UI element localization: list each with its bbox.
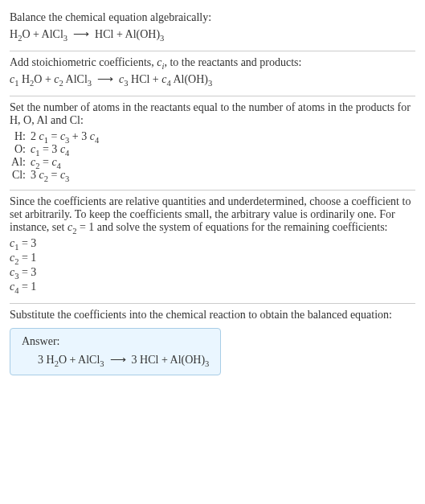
prompt-balance: Balance the chemical equation algebraica…: [10, 11, 415, 24]
prompt-atoms: Set the number of atoms in the reactants…: [10, 101, 415, 127]
balanced-equation: 3 H2O + AlCl3 ⟶ 3 HCl + Al(OH)3: [22, 353, 209, 367]
atom-row: Al: c2 = c4: [10, 156, 415, 169]
section-solve: Since the coefficients are relative quan…: [10, 191, 415, 304]
section-coefficients: Add stoichiometric coefficients, ci, to …: [10, 51, 415, 96]
atom-equation: 2 c1 = c3 + 3 c4: [31, 130, 415, 143]
atom-row: O: c1 = 3 c4: [10, 143, 415, 156]
atom-label: H:: [10, 130, 31, 143]
section-answer: Substitute the coefficients into the che…: [10, 304, 415, 383]
coefficient-value: c1 = 3: [10, 237, 415, 250]
section-atom-equations: Set the number of atoms in the reactants…: [10, 96, 415, 191]
prompt-substitute: Substitute the coefficients into the che…: [10, 309, 415, 322]
prompt-stoichiometric: Add stoichiometric coefficients, ci, to …: [10, 56, 415, 69]
atom-label: Al:: [10, 156, 31, 169]
atom-label: O:: [10, 143, 31, 156]
atom-row: Cl: 3 c2 = c3: [10, 169, 415, 182]
atom-equation: 3 c2 = c3: [31, 169, 415, 182]
coefficient-value: c2 = 1: [10, 252, 415, 264]
coefficient-equation: c1 H2O + c2 AlCl3 ⟶ c3 HCl + c4 Al(OH)3: [10, 72, 415, 86]
atom-row: H: 2 c1 = c3 + 3 c4: [10, 130, 415, 143]
answer-label: Answer:: [22, 335, 209, 348]
atom-equation-list: H: 2 c1 = c3 + 3 c4 O: c1 = 3 c4 Al: c2 …: [10, 130, 415, 182]
atom-equation: c2 = c4: [31, 156, 415, 169]
atom-label: Cl:: [10, 169, 31, 182]
prompt-solve: Since the coefficients are relative quan…: [10, 195, 415, 234]
section-problem: Balance the chemical equation algebraica…: [10, 6, 415, 51]
coefficient-value: c4 = 1: [10, 281, 415, 293]
answer-box: Answer: 3 H2O + AlCl3 ⟶ 3 HCl + Al(OH)3: [10, 328, 221, 375]
atom-equation: c1 = 3 c4: [31, 143, 415, 156]
coefficient-value: c3 = 3: [10, 266, 415, 279]
unbalanced-equation: H2O + AlCl3 ⟶ HCl + Al(OH)3: [10, 27, 415, 41]
coefficient-solution-list: c1 = 3 c2 = 1 c3 = 3 c4 = 1: [10, 237, 415, 293]
